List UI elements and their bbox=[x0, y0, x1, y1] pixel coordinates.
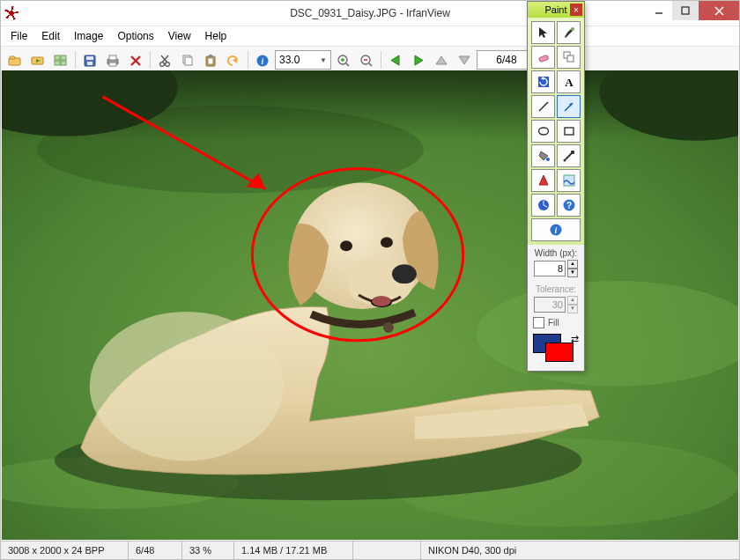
svg-text:?: ? bbox=[566, 201, 571, 210]
svg-line-33 bbox=[346, 63, 349, 66]
window-title: DSC_0931_Daisy.JPG - IrfanView bbox=[290, 7, 450, 19]
paint-title-text: Paint bbox=[544, 4, 566, 15]
svg-text:A: A bbox=[565, 76, 574, 89]
status-dimensions: 3008 x 2000 x 24 BPP bbox=[1, 542, 129, 559]
fg-color-swatch[interactable] bbox=[545, 343, 574, 362]
svg-rect-10 bbox=[55, 61, 60, 65]
app-window: DSC_0931_Daisy.JPG - IrfanView File Edit… bbox=[0, 0, 740, 560]
svg-marker-29 bbox=[233, 57, 237, 63]
status-size: 1.14 MB / 17.21 MB bbox=[234, 542, 353, 559]
svg-point-20 bbox=[160, 62, 165, 66]
tool-measure[interactable] bbox=[531, 194, 555, 217]
svg-line-22 bbox=[162, 55, 168, 63]
svg-marker-40 bbox=[415, 55, 423, 65]
copy-button[interactable] bbox=[177, 49, 198, 70]
svg-line-75 bbox=[539, 102, 548, 111]
width-input-group: ▲▼ bbox=[528, 260, 584, 281]
maximize-button[interactable] bbox=[672, 1, 699, 20]
svg-line-23 bbox=[161, 55, 167, 63]
tool-sharpen[interactable] bbox=[531, 169, 555, 192]
zoom-out-button[interactable] bbox=[356, 49, 377, 70]
zoom-value: 33.0 bbox=[279, 54, 300, 66]
zoom-in-button[interactable] bbox=[333, 49, 354, 70]
info-button[interactable]: i bbox=[252, 49, 273, 70]
tool-clone[interactable] bbox=[557, 46, 581, 69]
menu-help[interactable]: Help bbox=[199, 28, 233, 44]
svg-marker-39 bbox=[391, 55, 399, 65]
cut-button[interactable] bbox=[154, 49, 175, 70]
fill-label: Fill bbox=[548, 318, 559, 328]
zoom-combo[interactable]: 33.0▼ bbox=[275, 50, 331, 70]
dir-up-button[interactable] bbox=[431, 49, 452, 70]
thumbnails-button[interactable] bbox=[50, 49, 71, 70]
svg-rect-8 bbox=[55, 55, 60, 60]
svg-marker-67 bbox=[539, 27, 547, 38]
slideshow-button[interactable] bbox=[27, 49, 48, 70]
tool-help[interactable]: ? bbox=[557, 194, 581, 217]
menu-image[interactable]: Image bbox=[68, 28, 109, 44]
paste-button[interactable] bbox=[200, 49, 221, 70]
window-controls bbox=[646, 1, 739, 20]
delete-button[interactable] bbox=[125, 49, 146, 70]
fill-row[interactable]: Fill bbox=[528, 317, 584, 334]
tolerance-input-group: ▲▼ bbox=[528, 296, 584, 317]
undo-button[interactable] bbox=[223, 49, 244, 70]
svg-point-64 bbox=[383, 322, 394, 333]
tool-line[interactable] bbox=[531, 95, 555, 118]
tool-info[interactable]: i bbox=[531, 218, 581, 241]
open-button[interactable] bbox=[4, 49, 26, 70]
svg-rect-25 bbox=[185, 57, 192, 65]
swap-colors-icon[interactable]: ⇄ bbox=[571, 334, 579, 345]
svg-point-68 bbox=[571, 27, 574, 31]
tool-rectangle[interactable] bbox=[557, 120, 581, 143]
menu-edit[interactable]: Edit bbox=[35, 28, 66, 44]
image-canvas[interactable] bbox=[2, 70, 738, 540]
tool-eyedropper[interactable] bbox=[557, 144, 581, 167]
width-spinner[interactable]: ▲▼ bbox=[567, 260, 578, 277]
title-bar: DSC_0931_Daisy.JPG - IrfanView bbox=[1, 1, 739, 26]
status-spacer bbox=[353, 542, 421, 559]
tool-blur[interactable] bbox=[557, 169, 581, 192]
tolerance-label: Tolerance: bbox=[528, 281, 584, 296]
status-bar: 3008 x 2000 x 24 BPP 6/48 33 % 1.14 MB /… bbox=[1, 541, 739, 559]
dir-down-button[interactable] bbox=[454, 49, 475, 70]
minimize-button[interactable] bbox=[646, 1, 672, 20]
tool-text[interactable]: A bbox=[557, 70, 581, 93]
fill-checkbox[interactable] bbox=[533, 317, 544, 328]
close-button[interactable] bbox=[699, 1, 739, 20]
menu-file[interactable]: File bbox=[4, 28, 33, 44]
tool-brush[interactable] bbox=[557, 21, 581, 44]
paint-tool-grid: A ? i bbox=[528, 18, 584, 245]
paint-close-button[interactable]: × bbox=[570, 4, 582, 16]
svg-rect-17 bbox=[109, 63, 116, 66]
menu-view[interactable]: View bbox=[162, 28, 197, 44]
width-label: Width (px): bbox=[528, 245, 584, 260]
svg-rect-79 bbox=[565, 128, 574, 135]
width-input[interactable] bbox=[534, 261, 566, 276]
app-icon bbox=[4, 6, 18, 20]
svg-text:i: i bbox=[262, 56, 264, 66]
prev-button[interactable] bbox=[385, 49, 406, 70]
tool-pointer[interactable] bbox=[531, 21, 555, 44]
tool-ellipse[interactable] bbox=[531, 120, 555, 143]
tolerance-input bbox=[534, 297, 566, 313]
svg-point-21 bbox=[166, 62, 170, 66]
svg-point-57 bbox=[90, 312, 283, 461]
tolerance-spinner: ▲▼ bbox=[567, 296, 578, 313]
svg-line-37 bbox=[369, 63, 372, 66]
image-content bbox=[2, 70, 738, 540]
print-button[interactable] bbox=[102, 49, 123, 70]
status-zoom: 33 % bbox=[182, 542, 234, 559]
svg-rect-69 bbox=[538, 55, 548, 62]
tool-rotate[interactable] bbox=[531, 70, 555, 93]
menu-options[interactable]: Options bbox=[111, 28, 159, 44]
svg-point-78 bbox=[538, 128, 548, 135]
next-button[interactable] bbox=[408, 49, 429, 70]
save-button[interactable] bbox=[79, 49, 100, 70]
tool-arrow[interactable] bbox=[557, 95, 581, 118]
svg-point-61 bbox=[372, 296, 391, 306]
paint-titlebar[interactable]: Paint × bbox=[528, 2, 584, 18]
tool-eraser[interactable] bbox=[531, 46, 555, 69]
paint-panel[interactable]: Paint × A ? i Width (px): ▲▼ bbox=[527, 1, 585, 372]
tool-fill[interactable] bbox=[531, 144, 555, 167]
